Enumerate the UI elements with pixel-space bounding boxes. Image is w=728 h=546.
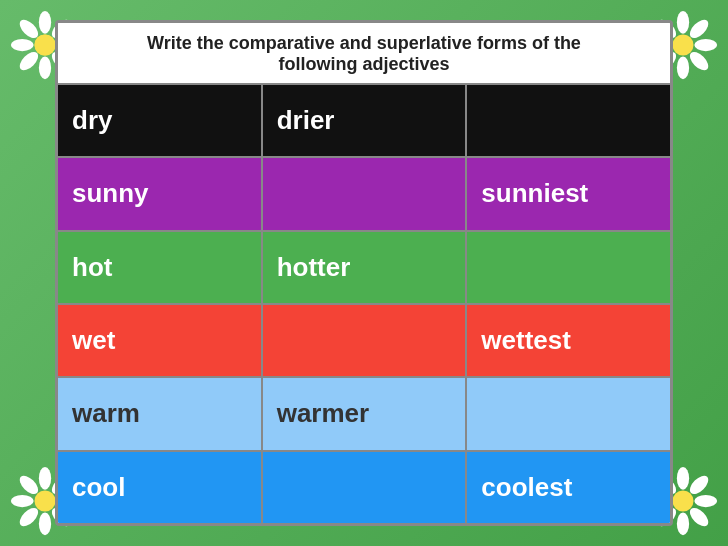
title: Write the comparative and superlative fo…	[58, 23, 670, 85]
cell-row-cool-1	[263, 452, 468, 523]
svg-point-23	[39, 512, 51, 535]
svg-point-5	[39, 56, 51, 79]
svg-point-28	[677, 467, 689, 490]
svg-point-10	[677, 11, 689, 34]
cell-row-sunny-0: sunny	[58, 158, 263, 229]
svg-point-18	[673, 35, 694, 56]
svg-point-13	[687, 49, 712, 74]
svg-point-12	[694, 39, 717, 51]
cell-row-dry-2	[467, 85, 670, 156]
svg-point-30	[694, 495, 717, 507]
svg-point-31	[687, 505, 712, 530]
cell-row-hot-1: hotter	[263, 232, 468, 303]
cell-row-cool-2: coolest	[467, 452, 670, 523]
cell-row-hot-2	[467, 232, 670, 303]
svg-point-14	[677, 56, 689, 79]
title-line1: Write the comparative and superlative fo…	[147, 33, 581, 53]
title-line2: following adjectives	[278, 54, 449, 74]
svg-point-6	[17, 49, 42, 74]
cell-row-wet-2: wettest	[467, 305, 670, 376]
cell-row-warm-1: warmer	[263, 378, 468, 449]
cell-row-warm-2	[467, 378, 670, 449]
svg-point-9	[35, 35, 56, 56]
svg-point-32	[677, 512, 689, 535]
main-container: Write the comparative and superlative fo…	[55, 20, 673, 526]
table-row-row-dry: drydrier	[58, 85, 670, 158]
cell-row-sunny-1	[263, 158, 468, 229]
svg-point-1	[39, 11, 51, 34]
svg-point-25	[11, 495, 34, 507]
cell-row-wet-1	[263, 305, 468, 376]
table-row-row-wet: wetwettest	[58, 305, 670, 378]
svg-point-11	[687, 17, 712, 42]
svg-point-7	[11, 39, 34, 51]
svg-point-29	[687, 473, 712, 498]
cell-row-warm-0: warm	[58, 378, 263, 449]
cell-row-dry-1: drier	[263, 85, 468, 156]
svg-point-19	[39, 467, 51, 490]
table-row-row-hot: hothotter	[58, 232, 670, 305]
cell-row-sunny-2: sunniest	[467, 158, 670, 229]
table-row-row-warm: warmwarmer	[58, 378, 670, 451]
cell-row-cool-0: cool	[58, 452, 263, 523]
svg-point-27	[35, 491, 56, 512]
cell-row-dry-0: dry	[58, 85, 263, 156]
svg-point-24	[17, 505, 42, 530]
cell-row-wet-0: wet	[58, 305, 263, 376]
adjectives-table: drydriersunnysunniesthothotterwetwettest…	[58, 85, 670, 523]
table-row-row-cool: coolcoolest	[58, 452, 670, 523]
svg-point-36	[673, 491, 694, 512]
table-row-row-sunny: sunnysunniest	[58, 158, 670, 231]
cell-row-hot-0: hot	[58, 232, 263, 303]
